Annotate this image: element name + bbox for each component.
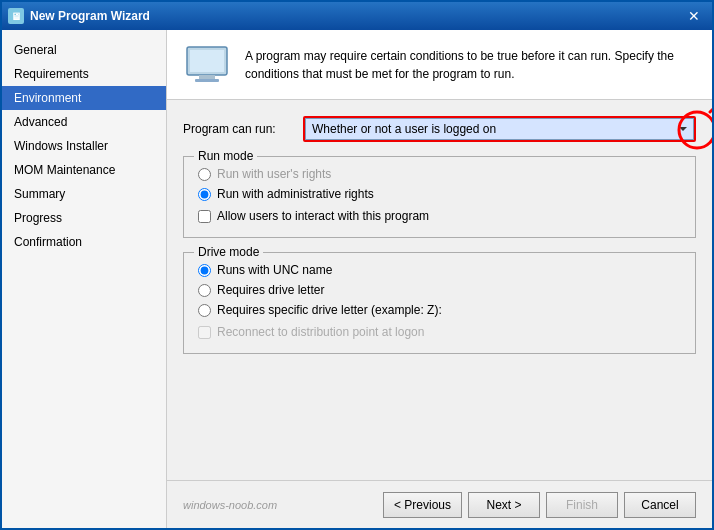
panel-body: Program can run: Whether or not a user i… bbox=[167, 100, 712, 480]
watermark: windows-noob.com bbox=[183, 499, 377, 511]
sidebar-item-requirements[interactable]: Requirements bbox=[2, 62, 166, 86]
sidebar-item-mom-maintenance[interactable]: MOM Maintenance bbox=[2, 158, 166, 182]
title-bar-left: 🖥 New Program Wizard bbox=[8, 8, 150, 24]
finish-button[interactable]: Finish bbox=[546, 492, 618, 518]
svg-rect-2 bbox=[199, 75, 215, 79]
sidebar-item-confirmation[interactable]: Confirmation bbox=[2, 230, 166, 254]
footer: windows-noob.com < Previous Next > Finis… bbox=[167, 480, 712, 528]
header-description: A program may require certain conditions… bbox=[245, 47, 696, 83]
drive-specific-row: Requires specific drive letter (example:… bbox=[198, 303, 681, 317]
allow-interact-row: Allow users to interact with this progra… bbox=[198, 209, 681, 223]
reconnect-row: Reconnect to distribution point at logon bbox=[198, 325, 681, 339]
run-mode-group: Run mode Run with user's rights Run with… bbox=[183, 156, 696, 238]
next-button[interactable]: Next > bbox=[468, 492, 540, 518]
sidebar-item-summary[interactable]: Summary bbox=[2, 182, 166, 206]
run-admin-label: Run with administrative rights bbox=[217, 187, 374, 201]
header-icon bbox=[183, 41, 231, 89]
drive-letter-row: Requires drive letter bbox=[198, 283, 681, 297]
drive-mode-group: Drive mode Runs with UNC name Requires d… bbox=[183, 252, 696, 354]
sidebar: General Requirements Environment Advance… bbox=[2, 30, 167, 528]
sidebar-item-windows-installer[interactable]: Windows Installer bbox=[2, 134, 166, 158]
run-user-label: Run with user's rights bbox=[217, 167, 331, 181]
allow-interact-label: Allow users to interact with this progra… bbox=[217, 209, 429, 223]
program-can-run-container: Whether or not a user is logged on Only … bbox=[303, 116, 696, 142]
panel-header: A program may require certain conditions… bbox=[167, 30, 712, 100]
drive-unc-radio[interactable] bbox=[198, 264, 211, 277]
sidebar-item-progress[interactable]: Progress bbox=[2, 206, 166, 230]
run-mode-user-rights-row: Run with user's rights bbox=[198, 167, 681, 181]
program-can-run-row: Program can run: Whether or not a user i… bbox=[183, 116, 696, 142]
allow-interact-checkbox[interactable] bbox=[198, 210, 211, 223]
drive-specific-label: Requires specific drive letter (example:… bbox=[217, 303, 442, 317]
drive-letter-radio[interactable] bbox=[198, 284, 211, 297]
run-user-radio[interactable] bbox=[198, 168, 211, 181]
program-can-run-select[interactable]: Whether or not a user is logged on Only … bbox=[305, 118, 694, 140]
reconnect-label: Reconnect to distribution point at logon bbox=[217, 325, 424, 339]
drive-mode-legend: Drive mode bbox=[194, 245, 263, 259]
drive-unc-label: Runs with UNC name bbox=[217, 263, 332, 277]
wizard-window: 🖥 New Program Wizard ✕ General Requireme… bbox=[0, 0, 714, 530]
drive-unc-row: Runs with UNC name bbox=[198, 263, 681, 277]
sidebar-item-advanced[interactable]: Advanced bbox=[2, 110, 166, 134]
svg-rect-1 bbox=[190, 50, 224, 72]
sidebar-item-environment[interactable]: Environment bbox=[2, 86, 166, 110]
drive-letter-label: Requires drive letter bbox=[217, 283, 324, 297]
main-panel: A program may require certain conditions… bbox=[167, 30, 712, 528]
sidebar-item-general[interactable]: General bbox=[2, 38, 166, 62]
svg-line-5 bbox=[710, 102, 712, 112]
previous-button[interactable]: < Previous bbox=[383, 492, 462, 518]
run-admin-radio[interactable] bbox=[198, 188, 211, 201]
close-button[interactable]: ✕ bbox=[682, 7, 706, 25]
program-can-run-label: Program can run: bbox=[183, 122, 293, 136]
window-title: New Program Wizard bbox=[30, 9, 150, 23]
run-mode-admin-rights-row: Run with administrative rights bbox=[198, 187, 681, 201]
content-area: General Requirements Environment Advance… bbox=[2, 30, 712, 528]
cancel-button[interactable]: Cancel bbox=[624, 492, 696, 518]
window-icon: 🖥 bbox=[8, 8, 24, 24]
title-bar: 🖥 New Program Wizard ✕ bbox=[2, 2, 712, 30]
drive-specific-radio[interactable] bbox=[198, 304, 211, 317]
svg-rect-3 bbox=[195, 79, 219, 82]
reconnect-checkbox[interactable] bbox=[198, 326, 211, 339]
run-mode-legend: Run mode bbox=[194, 149, 257, 163]
